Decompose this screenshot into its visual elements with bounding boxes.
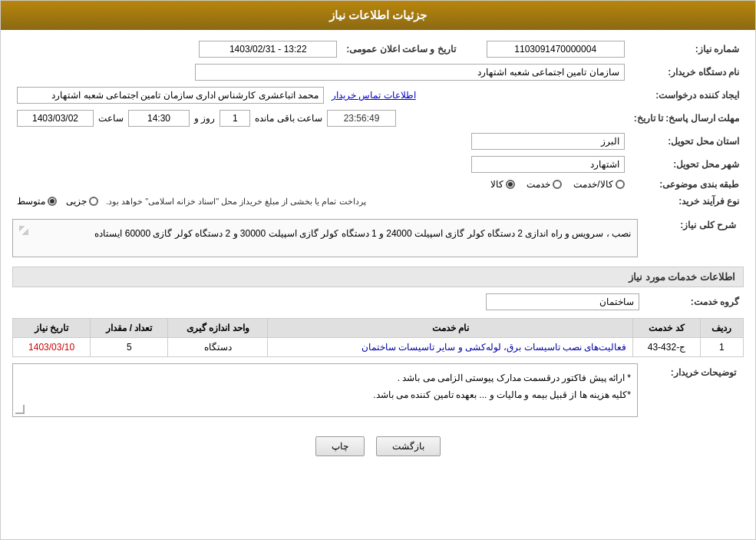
process-option-partial[interactable]: جزیی bbox=[66, 196, 98, 207]
service-group-label: گروه خدمت: bbox=[644, 290, 744, 313]
creator-value: محمد اتباعشری کارشناس اداری سازمان تامین… bbox=[17, 87, 324, 104]
bottom-buttons: بازگشت چاپ bbox=[12, 425, 744, 464]
buyer-note-line-1: * ارائه پیش فاکتور درقسمت مدارک پیوستی ا… bbox=[19, 370, 631, 387]
announce-date-label: تاریخ و ساعت اعلان عمومی: bbox=[342, 38, 460, 61]
response-date-value: 1403/03/02 bbox=[17, 110, 94, 127]
category-option-service[interactable]: خدمت bbox=[527, 179, 562, 190]
response-deadline-label: مهلت ارسال پاسخ: تا تاریخ: bbox=[629, 107, 744, 130]
col-quantity: تعداد / مقدار bbox=[91, 319, 168, 338]
city-value: اشتهارد bbox=[471, 156, 625, 173]
service-group-value: ساختمان bbox=[486, 293, 639, 310]
print-button[interactable]: چاپ bbox=[315, 436, 365, 456]
process-label: نوع فرآیند خرید: bbox=[629, 193, 744, 210]
page-title: جزئیات اطلاعات نیاز bbox=[329, 8, 427, 22]
page-header: جزئیات اطلاعات نیاز bbox=[1, 1, 755, 30]
buyer-notes-box: * ارائه پیش فاکتور درقسمت مدارک پیوستی ا… bbox=[12, 363, 638, 417]
process-label-medium: متوسط bbox=[17, 196, 45, 207]
cell-date: 1403/03/10 bbox=[13, 338, 91, 357]
process-label-partial: جزیی bbox=[66, 196, 87, 207]
response-time-value: 14:30 bbox=[128, 110, 190, 127]
response-days-value: 1 bbox=[220, 110, 250, 127]
city-label: شهر محل تحویل: bbox=[629, 153, 744, 176]
cell-code: ج-432-43 bbox=[633, 338, 700, 357]
need-number-label: شماره نیاز: bbox=[629, 38, 744, 61]
category-option-both[interactable]: کالا/خدمت bbox=[573, 179, 624, 190]
buyer-org-label: نام دستگاه خریدار: bbox=[629, 61, 744, 84]
cell-quantity: 5 bbox=[91, 338, 168, 357]
col-date: تاریخ نیاز bbox=[13, 319, 91, 338]
need-number-value: 1103091470000004 bbox=[487, 41, 625, 58]
category-option-goods[interactable]: کالا bbox=[490, 179, 515, 190]
col-code: کد خدمت bbox=[633, 319, 700, 338]
remaining-time-value: 23:56:49 bbox=[327, 110, 396, 127]
back-button[interactable]: بازگشت bbox=[376, 436, 441, 456]
process-description: پرداخت تمام یا بخشی از مبلغ خریداز محل "… bbox=[106, 197, 366, 207]
creator-label: ایجاد کننده درخواست: bbox=[629, 84, 744, 107]
cell-unit: دستگاه bbox=[168, 338, 268, 357]
category-label-both: کالا/خدمت bbox=[573, 179, 612, 190]
col-name: نام خدمت bbox=[268, 319, 633, 338]
col-row: ردیف bbox=[700, 319, 743, 338]
service-table: ردیف کد خدمت نام خدمت واحد اندازه گیری ت… bbox=[12, 318, 744, 357]
col-unit: واحد اندازه گیری bbox=[168, 319, 268, 338]
buyer-notes-label: توضیحات خریدار: bbox=[644, 363, 744, 378]
province-label: استان محل تحویل: bbox=[629, 130, 744, 153]
table-row: 1 ج-432-43 فعالیت‌های نصب تاسیسات برق، ل… bbox=[13, 338, 744, 357]
category-radio-goods bbox=[506, 180, 515, 189]
process-radio-partial bbox=[89, 197, 98, 206]
buyer-note-line-2: *کلیه هزینه ها از قبیل بیمه و مالیات و .… bbox=[19, 387, 631, 404]
category-label: طبقه بندی موضوعی: bbox=[629, 176, 744, 193]
response-days-label: روز و bbox=[194, 113, 215, 124]
remaining-label: ساعت باقی مانده bbox=[255, 113, 322, 124]
description-label: شرح کلی نیاز: bbox=[644, 216, 744, 230]
resize-handle[interactable] bbox=[19, 226, 28, 235]
creator-contact-link[interactable]: اطلاعات تماس خریدار bbox=[332, 90, 416, 101]
cell-row: 1 bbox=[700, 338, 743, 357]
notes-resize-handle[interactable] bbox=[15, 405, 25, 414]
category-radio-service bbox=[553, 180, 562, 189]
buyer-org-value: سازمان تامین اجتماعی شعبه اشتهارد bbox=[195, 64, 625, 81]
category-radio-both bbox=[616, 180, 625, 189]
category-label-goods: کالا bbox=[490, 179, 503, 190]
response-time-label: ساعت bbox=[98, 113, 124, 124]
announce-date-value: 1403/02/31 - 13:22 bbox=[199, 41, 337, 58]
province-value: البرز bbox=[471, 133, 625, 150]
category-label-service: خدمت bbox=[527, 179, 550, 190]
cell-service-name: فعالیت‌های نصب تاسیسات برق، لوله‌کشی و س… bbox=[268, 338, 633, 357]
process-radio-medium bbox=[48, 197, 57, 206]
description-value: نصب ، سرویس و راه اندازی 2 دستگاه کولر گ… bbox=[12, 219, 638, 257]
process-option-medium[interactable]: متوسط bbox=[17, 196, 57, 207]
services-section-header: اطلاعات خدمات مورد نیاز bbox=[12, 267, 744, 287]
